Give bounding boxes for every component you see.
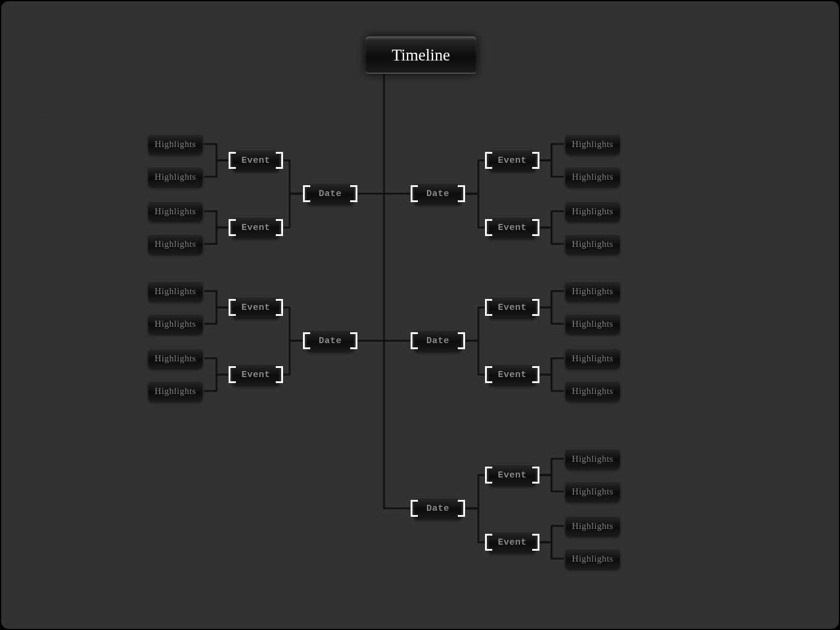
right-date-0-bracket-right-icon (458, 185, 465, 202)
left-date-0-bracket-right-icon (350, 185, 357, 202)
left-date-1-event-1-highlight-1[interactable]: Highlights (148, 381, 203, 401)
left-date-0-event-1-label: Event (241, 223, 270, 233)
right-date-1-event-1-highlight-0-label: Highlights (572, 353, 613, 364)
left-date-0-event-1-bracket-left-icon (229, 219, 236, 236)
left-date-1-event-1-highlight-1-label: Highlights (155, 386, 196, 396)
right-date-2-label: Date (426, 504, 449, 514)
left-date-0-event-0-highlight-1[interactable]: Highlights (148, 166, 203, 187)
left-date-1-event-0-highlight-1[interactable]: Highlights (148, 313, 203, 334)
right-date-2-event-0-highlight-0[interactable]: Highlights (565, 448, 620, 469)
left-date-1[interactable]: Date (307, 330, 354, 352)
left-date-0-event-0-label: Event (241, 156, 270, 166)
left-date-1-bracket-left-icon (303, 332, 310, 349)
left-date-0-bracket-left-icon (303, 185, 310, 202)
right-date-0[interactable]: Date (414, 183, 461, 205)
left-date-0-label: Date (319, 189, 342, 199)
right-date-0-label: Date (426, 189, 449, 199)
right-date-1-event-0-highlight-1[interactable]: Highlights (565, 313, 620, 334)
right-date-2-event-1[interactable]: Event (489, 531, 536, 553)
timeline-title-label: Timeline (392, 46, 451, 65)
left-date-1-event-0-label: Event (241, 303, 270, 313)
left-date-0-event-1-highlight-0[interactable]: Highlights (148, 201, 203, 221)
right-date-0-event-0-bracket-left-icon (485, 152, 492, 169)
right-date-1-event-0[interactable]: Event (489, 297, 536, 318)
right-date-0-event-1-highlight-1[interactable]: Highlights (565, 234, 620, 254)
right-date-0-event-1-label: Event (498, 223, 527, 233)
right-date-1-event-0-highlight-0[interactable]: Highlights (565, 281, 620, 301)
right-date-0-event-0[interactable]: Event (489, 149, 536, 171)
left-date-0-event-1-highlight-1-label: Highlights (155, 239, 196, 249)
left-date-0-event-1-highlight-0-label: Highlights (155, 206, 196, 217)
right-date-2-event-1-highlight-0-label: Highlights (572, 521, 613, 531)
right-date-1-label: Date (426, 336, 449, 346)
left-date-0-event-0-bracket-left-icon (229, 152, 236, 169)
left-date-1-event-1-bracket-right-icon (276, 366, 283, 383)
right-date-2-event-0-bracket-left-icon (485, 467, 492, 484)
left-date-1-event-0-bracket-left-icon (229, 299, 236, 316)
left-date-1-bracket-right-icon (350, 332, 357, 349)
left-date-0-event-0-highlight-0[interactable]: Highlights (148, 134, 203, 154)
right-date-2-event-0-highlight-0-label: Highlights (572, 454, 613, 464)
right-date-2-event-0[interactable]: Event (489, 464, 536, 486)
right-date-2-event-1-bracket-right-icon (532, 534, 539, 551)
right-date-2-event-0-highlight-1-label: Highlights (572, 487, 613, 497)
left-date-1-label: Date (319, 336, 342, 346)
left-date-1-event-1-label: Event (241, 370, 270, 380)
right-date-2-event-1-highlight-0[interactable]: Highlights (565, 516, 620, 536)
left-date-0-event-0[interactable]: Event (232, 149, 279, 171)
left-date-0-event-0-bracket-right-icon (276, 152, 283, 169)
right-date-1-bracket-left-icon (411, 332, 418, 349)
left-date-0-event-0-highlight-1-label: Highlights (155, 172, 196, 182)
right-date-0-bracket-left-icon (411, 185, 418, 202)
left-date-1-event-0-highlight-1-label: Highlights (155, 319, 196, 329)
right-date-1-event-0-label: Event (498, 303, 527, 313)
right-date-2-event-0-highlight-1[interactable]: Highlights (565, 481, 620, 502)
left-date-0-event-1-highlight-1[interactable]: Highlights (148, 234, 203, 254)
left-date-0[interactable]: Date (307, 183, 354, 205)
right-date-0-event-0-highlight-1-label: Highlights (572, 172, 613, 182)
left-date-1-event-0[interactable]: Event (232, 297, 279, 318)
left-date-1-event-0-bracket-right-icon (276, 299, 283, 316)
left-date-1-event-1-highlight-0-label: Highlights (155, 353, 196, 364)
right-date-2-event-0-bracket-right-icon (532, 467, 539, 484)
right-date-1-event-1-label: Event (498, 370, 527, 380)
right-date-1-event-1-highlight-0[interactable]: Highlights (565, 348, 620, 369)
right-date-2-bracket-left-icon (411, 500, 418, 517)
right-date-0-event-1-highlight-0-label: Highlights (572, 206, 613, 217)
timeline-title[interactable]: Timeline (365, 36, 477, 74)
right-date-1-event-0-highlight-0-label: Highlights (572, 286, 613, 297)
left-date-1-event-0-highlight-0-label: Highlights (155, 286, 196, 297)
right-date-0-event-0-label: Event (498, 156, 527, 166)
right-date-2-bracket-right-icon (458, 500, 465, 517)
left-date-1-event-1[interactable]: Event (232, 364, 279, 386)
right-date-2-event-1-label: Event (498, 537, 527, 548)
right-date-1-event-1[interactable]: Event (489, 364, 536, 386)
left-date-0-event-1-bracket-right-icon (276, 219, 283, 236)
right-date-1-event-1-bracket-right-icon (532, 366, 539, 383)
right-date-2-event-1-highlight-1[interactable]: Highlights (565, 548, 620, 569)
right-date-1-event-1-highlight-1[interactable]: Highlights (565, 381, 620, 401)
right-date-1-event-1-bracket-left-icon (485, 366, 492, 383)
right-date-2[interactable]: Date (414, 497, 461, 519)
right-date-2-event-1-bracket-left-icon (485, 534, 492, 551)
right-date-0-event-1-highlight-1-label: Highlights (572, 239, 613, 249)
right-date-1-event-0-highlight-1-label: Highlights (572, 319, 613, 329)
left-date-1-event-1-highlight-0[interactable]: Highlights (148, 348, 203, 369)
right-date-2-event-0-label: Event (498, 470, 527, 481)
right-date-0-event-1-bracket-left-icon (485, 219, 492, 236)
left-date-1-event-1-bracket-left-icon (229, 366, 236, 383)
right-date-2-event-1-highlight-1-label: Highlights (572, 554, 613, 564)
right-date-0-event-1[interactable]: Event (489, 217, 536, 238)
right-date-0-event-1-highlight-0[interactable]: Highlights (565, 201, 620, 221)
right-date-0-event-0-highlight-0-label: Highlights (572, 139, 613, 149)
left-date-0-event-1[interactable]: Event (232, 217, 279, 238)
right-date-1[interactable]: Date (414, 330, 461, 352)
right-date-1-event-0-bracket-left-icon (485, 299, 492, 316)
right-date-0-event-0-bracket-right-icon (532, 152, 539, 169)
left-date-1-event-0-highlight-0[interactable]: Highlights (148, 281, 203, 301)
right-date-1-bracket-right-icon (458, 332, 465, 349)
right-date-0-event-0-highlight-0[interactable]: Highlights (565, 134, 620, 154)
right-date-1-event-0-bracket-right-icon (532, 299, 539, 316)
right-date-0-event-0-highlight-1[interactable]: Highlights (565, 166, 620, 187)
left-date-0-event-0-highlight-0-label: Highlights (155, 139, 196, 149)
